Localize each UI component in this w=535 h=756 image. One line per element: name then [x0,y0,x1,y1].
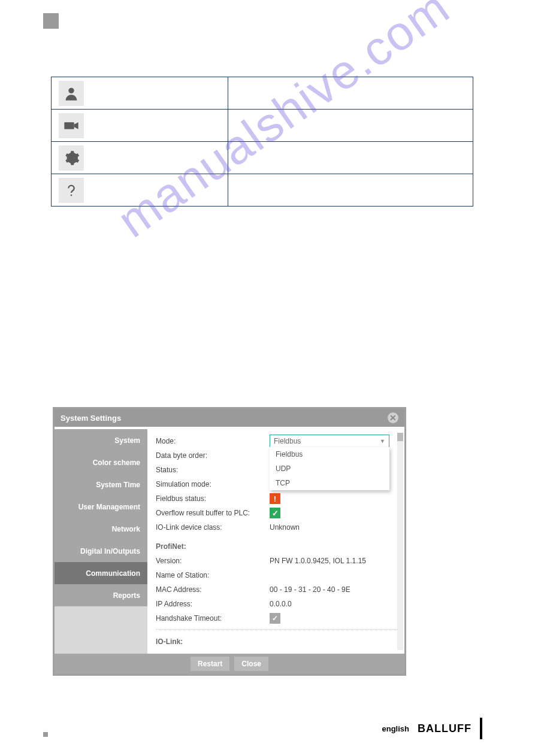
field-handshake: Handshake Timeout: ✓ [156,611,398,626]
sidebar-item-color-scheme[interactable]: Color scheme [55,451,147,473]
sidebar-item-reports[interactable]: Reports [55,584,147,606]
alert-icon: ! [270,493,280,504]
svg-point-0 [68,87,74,93]
field-ip: IP Address: 0.0.0.0 [156,597,398,611]
version-value: PN FW 1.0.0.9425, IOL 1.1.15 [270,557,398,565]
overflow-label: Overflow result buffer to PLC: [156,509,270,517]
ip-label: IP Address: [156,600,270,608]
icon-cell-user [52,77,228,110]
dialog-content: Mode: Fieldbus ▼ Fieldbus UDP TCP Data b… [147,429,404,654]
desc-cell [228,174,473,207]
table-row [52,110,473,142]
fieldbus-status-label: Fieldbus status: [156,494,270,503]
icon-cell-gear [52,142,228,174]
sidebar-item-system[interactable]: System [55,429,147,451]
dropdown-item-fieldbus[interactable]: Fieldbus [270,447,389,462]
page-marker [43,13,59,29]
scrollbar-thumb[interactable] [397,433,403,441]
gear-icon [59,145,84,171]
ip-value: 0.0.0.0 [270,600,398,608]
desc-cell [228,77,473,110]
sidebar-item-system-time[interactable]: System Time [55,473,147,496]
sidebar-item-digital-io[interactable]: Digital In/Outputs [55,540,147,562]
dialog-body: System Color scheme System Time User Man… [55,429,404,654]
close-icon[interactable]: ✕ [388,412,398,423]
desc-cell [228,142,473,174]
mac-value: 00 - 19 - 31 - 20 - 40 - 9E [270,585,398,594]
dropdown-item-tcp[interactable]: TCP [270,476,389,490]
mode-dropdown[interactable]: Fieldbus ▼ [270,435,389,448]
field-mac: MAC Address: 00 - 19 - 31 - 20 - 40 - 9E [156,582,398,597]
language-label: english [382,724,410,733]
table-row [52,142,473,174]
simulation-mode-label: Simulation mode: [156,480,270,488]
profinet-section: ProfiNet: [156,539,398,554]
restart-button[interactable]: Restart [191,657,229,671]
sidebar-item-user-management[interactable]: User Management [55,496,147,518]
icon-cell-camera [52,110,228,142]
user-icon [59,81,84,106]
icon-cell-help [52,174,228,207]
iolink-class-label: IO-Link device class: [156,523,270,532]
field-version: Version: PN FW 1.0.0.9425, IOL 1.1.15 [156,554,398,568]
dialog-title: System Settings [61,414,121,423]
dialog-sidebar: System Color scheme System Time User Man… [55,429,147,654]
mac-label: MAC Address: [156,585,270,594]
dropdown-item-udp[interactable]: UDP [270,462,389,476]
page-marker-bottom [43,732,48,737]
field-fieldbus-status: Fieldbus status: ! [156,491,398,506]
name-station-label: Name of Station: [156,571,270,579]
camera-icon [59,113,84,138]
dialog-footer: Restart Close [55,654,404,674]
table-row [52,77,473,110]
iolink-section: IO-Link: [156,634,398,649]
close-button[interactable]: Close [234,657,268,671]
field-iolink-class: IO-Link device class: Unknown [156,520,398,535]
chevron-down-icon: ▼ [380,438,385,444]
dialog-header: System Settings ✕ [55,409,404,427]
svg-rect-1 [64,122,74,129]
table-row [52,174,473,207]
help-icon [59,178,84,203]
desc-cell [228,110,473,142]
version-label: Version: [156,557,270,565]
field-mode: Mode: Fieldbus ▼ [156,434,398,448]
check-icon: ✓ [270,508,280,518]
handshake-label: Handshake Timeout: [156,614,270,623]
mode-label: Mode: [156,437,270,445]
sidebar-item-communication[interactable]: Communication [55,562,147,584]
mode-selected: Fieldbus [274,437,301,445]
handshake-checkbox[interactable]: ✓ [270,613,280,624]
scrollbar[interactable] [397,433,403,650]
brand-label: BALLUFF [418,722,471,735]
page-footer: english BALLUFF [382,718,483,739]
mode-dropdown-menu: Fieldbus UDP TCP [270,447,389,490]
sidebar-item-network[interactable]: Network [55,518,147,540]
field-overflow: Overflow result buffer to PLC: ✓ [156,506,398,520]
separator [156,629,398,630]
iolink-class-value: Unknown [270,523,398,532]
icon-table [51,77,473,207]
brand-bar [480,718,482,739]
field-name-station: Name of Station: [156,568,398,582]
status-label: Status: [156,466,270,474]
system-settings-dialog: System Settings ✕ System Color scheme Sy… [53,407,406,676]
sidebar-spacer [55,606,147,654]
data-byte-order-label: Data byte order: [156,451,270,460]
